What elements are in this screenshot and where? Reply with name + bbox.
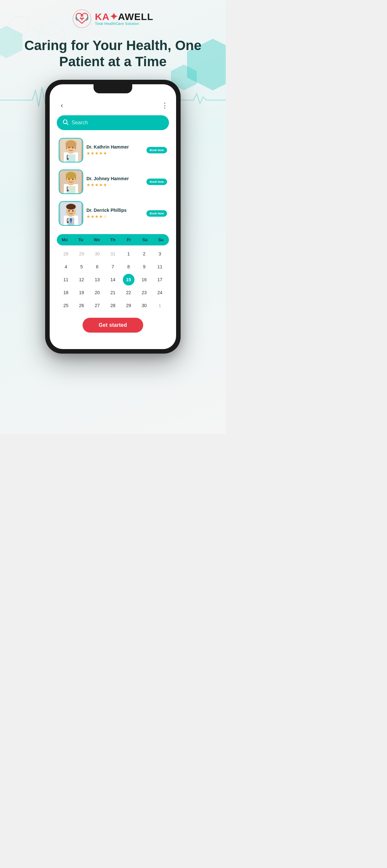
menu-dots-button[interactable]: ⋮: [161, 101, 168, 110]
cal-cell[interactable]: 20: [91, 287, 103, 299]
logo-tagline: Total HealthCare Solution: [95, 22, 153, 26]
get-started-area: Get started: [57, 311, 169, 336]
back-chevron-icon: ‹: [61, 101, 63, 110]
phone-container: ‹ ⋮ Search: [0, 70, 226, 367]
cal-cell[interactable]: 18: [60, 287, 72, 299]
svg-point-28: [67, 190, 69, 191]
cal-cell[interactable]: 30: [138, 300, 150, 311]
calendar-grid: 28 29 30 31 1 2 3 4 5 6 7 8: [57, 248, 169, 311]
doctor-info-1: Dr. Kathrin Hammer ★★★★★: [83, 144, 146, 156]
doctor-stars-3: ★★★★☆: [86, 214, 143, 219]
svg-point-16: [68, 147, 70, 148]
phone-screen: ‹ ⋮ Search: [50, 84, 176, 349]
logo-icon: [72, 9, 92, 28]
svg-rect-14: [66, 144, 67, 149]
cal-day-su: Su: [153, 237, 169, 242]
svg-point-27: [72, 178, 73, 180]
doctor-item: Dr. Johney Hammer ★★★★★ Book Now: [57, 167, 169, 196]
cal-cell[interactable]: 17: [154, 274, 166, 285]
cal-cell[interactable]: 25: [60, 300, 72, 311]
doctor-name-3: Dr. Derrick Phillips: [86, 208, 143, 213]
hero-title: Caring for Your Health, One Patient at a…: [13, 37, 213, 70]
cal-cell[interactable]: 9: [138, 261, 150, 273]
phone-inner: ‹ ⋮ Search: [50, 84, 176, 343]
book-now-button-2[interactable]: Book Now: [146, 179, 167, 185]
doctor-stars-2: ★★★★★: [86, 182, 143, 187]
cal-cell[interactable]: 27: [91, 300, 103, 311]
svg-point-34: [66, 204, 76, 210]
phone-notch: [94, 84, 132, 93]
cal-cell[interactable]: 29: [76, 248, 87, 259]
doctor-name-2: Dr. Johney Hammer: [86, 176, 143, 181]
doctor-avatar-3: [59, 201, 83, 226]
cal-cell[interactable]: 23: [138, 287, 150, 299]
cal-cell[interactable]: 30: [91, 248, 103, 259]
cal-cell[interactable]: 11: [60, 274, 72, 285]
doctor-item: Dr. Kathrin Hammer ★★★★★ Book Now: [57, 136, 169, 164]
calendar-header: Mo Tu We Th Fr Sa Su: [57, 234, 169, 245]
back-button[interactable]: ‹: [58, 101, 66, 110]
cal-cell[interactable]: 19: [76, 287, 87, 299]
search-placeholder: Search: [72, 120, 88, 126]
svg-point-17: [72, 147, 73, 148]
top-bar: ‹ ⋮: [57, 101, 169, 110]
cal-cell[interactable]: 16: [138, 274, 150, 285]
cal-cell-today[interactable]: 15: [123, 274, 135, 285]
doctor-avatar-2: [59, 169, 83, 194]
svg-point-6: [81, 14, 83, 17]
cal-cell[interactable]: 1: [154, 300, 166, 311]
cal-cell[interactable]: 21: [107, 287, 119, 299]
cal-day-th: Th: [105, 237, 121, 242]
hero-heading: Caring for Your Health, One Patient at a…: [0, 32, 226, 70]
svg-point-26: [68, 178, 70, 180]
page-wrapper: KA✦AWELL Total HealthCare Solution Carin…: [0, 0, 226, 434]
logo-brand-x: ✦: [110, 11, 118, 22]
svg-rect-24: [66, 175, 67, 180]
svg-point-35: [68, 210, 70, 212]
cal-cell[interactable]: 6: [91, 261, 103, 273]
doctor-info-3: Dr. Derrick Phillips ★★★★☆: [83, 208, 146, 219]
cal-cell[interactable]: 5: [76, 261, 87, 273]
cal-cell[interactable]: 12: [76, 274, 87, 285]
cal-cell[interactable]: 31: [107, 248, 119, 259]
svg-point-18: [67, 158, 69, 160]
cal-day-fr: Fr: [121, 237, 137, 242]
cal-cell[interactable]: 3: [154, 248, 166, 259]
cal-cell[interactable]: 2: [138, 248, 150, 259]
cal-cell[interactable]: 28: [107, 300, 119, 311]
svg-point-37: [67, 221, 69, 223]
calendar: Mo Tu We Th Fr Sa Su 28 29 30: [57, 234, 169, 311]
cal-day-mo: Mo: [57, 237, 73, 242]
cal-cell[interactable]: 14: [107, 274, 119, 285]
cal-cell[interactable]: 28: [60, 248, 72, 259]
logo-brand-part1: KA: [95, 11, 109, 22]
cal-cell[interactable]: 24: [154, 287, 166, 299]
cal-cell[interactable]: 29: [123, 300, 135, 311]
search-icon: [63, 119, 68, 126]
book-now-button-3[interactable]: Book Now: [146, 210, 167, 217]
svg-point-23: [66, 172, 76, 179]
svg-point-7: [63, 120, 67, 124]
doctor-name-1: Dr. Kathrin Hammer: [86, 144, 143, 150]
search-bar[interactable]: Search: [57, 115, 169, 130]
cal-cell[interactable]: 8: [123, 261, 135, 273]
doctor-info-2: Dr. Johney Hammer ★★★★★: [83, 176, 146, 187]
logo-area: KA✦AWELL Total HealthCare Solution: [0, 0, 226, 32]
cal-cell[interactable]: 1: [123, 248, 135, 259]
cal-cell[interactable]: 7: [107, 261, 119, 273]
cal-cell[interactable]: 26: [76, 300, 87, 311]
book-now-button-1[interactable]: Book Now: [146, 147, 167, 153]
svg-point-36: [72, 210, 73, 212]
svg-rect-25: [75, 175, 76, 180]
cal-cell[interactable]: 13: [91, 274, 103, 285]
svg-line-8: [67, 123, 68, 125]
logo-brand: KA✦AWELL: [95, 12, 153, 22]
doctor-avatar-1: [59, 138, 83, 162]
cal-cell[interactable]: 4: [60, 261, 72, 273]
cal-cell[interactable]: 22: [123, 287, 135, 299]
logo-brand-part2: AWELL: [118, 11, 153, 22]
logo-text: KA✦AWELL Total HealthCare Solution: [95, 12, 153, 26]
get-started-button[interactable]: Get started: [82, 318, 143, 333]
cal-day-sa: Sa: [137, 237, 153, 242]
cal-cell[interactable]: 11: [154, 261, 166, 273]
